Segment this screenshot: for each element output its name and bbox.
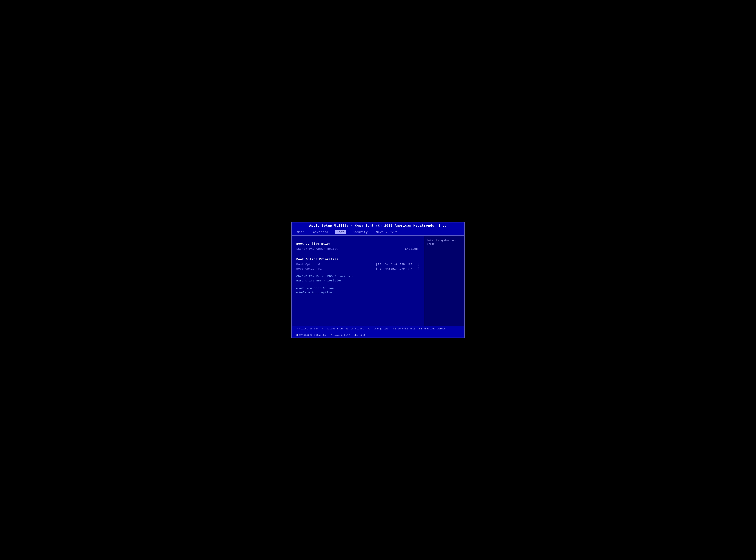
nav-menu: Main Advanced Boot Security Save & Exit [292,229,464,236]
boot-option-2-value[interactable]: [P2: MATSHITADVD-RAM...] [376,267,420,271]
delete-boot-option-label: Delete Boot Option [299,291,332,294]
key-hint-arrows-ud: ↑↓ Select Item [322,327,343,330]
boot-option-1-label[interactable]: Boot Option #1 [296,263,322,266]
bios-container: Aptio Setup Utility - Copyright (C) 2012… [291,222,465,338]
title-bar-text: Aptio Setup Utility - Copyright (C) 2012… [309,224,447,227]
key-hint-f1: F1 General Help [393,327,415,330]
bottom-bar: ←→ Select Screen ↑↓ Select Item Enter Se… [292,326,464,338]
launch-pxe-label[interactable]: Launch PXE OpROM policy [296,247,338,251]
boot-priorities-heading: Boot Option Priorities [296,258,420,261]
boot-option-1-value[interactable]: [P0: SanDisk SSD U10...] [376,263,420,266]
launch-pxe-row: Launch PXE OpROM policy [Enabled] [296,247,420,251]
arrow-right-icon-add: ► [296,287,298,290]
key-hint-f4: F4 Save & Exit [329,334,350,337]
key-hint-plusminus: +/- Change Opt. [368,327,390,330]
nav-item-security[interactable]: Security [351,231,369,234]
spacer-1 [296,252,420,255]
screen-wrapper: Aptio Setup Utility - Copyright (C) 2012… [288,218,468,342]
add-new-boot-option-item[interactable]: ► Add New Boot Option [296,287,420,290]
title-bar: Aptio Setup Utility - Copyright (C) 2012… [292,222,464,229]
key-hint-esc: ESC Exit [354,334,365,337]
cd-dvd-priorities-item[interactable]: CD/DVD ROM Drive BBS Priorities [296,275,420,278]
spacer-2 [296,272,420,275]
settings-panel: Boot Configuration Launch PXE OpROM poli… [292,236,424,326]
boot-config-heading: Boot Configuration [296,242,420,245]
arrow-right-icon-delete: ► [296,292,298,294]
nav-item-main[interactable]: Main [295,231,306,234]
nav-item-boot[interactable]: Boot [335,231,346,234]
boot-option-1-row: Boot Option #1 [P0: SanDisk SSD U10...] [296,263,420,266]
info-panel: Sets the system boot order [424,236,464,326]
key-hint-f2: F2 Previous Values [419,327,446,330]
launch-pxe-value[interactable]: [Enabled] [403,247,420,251]
nav-item-save-exit[interactable]: Save & Exit [374,231,399,234]
info-text: Sets the system boot order [427,239,461,246]
key-hint-enter: Enter Select [346,327,364,330]
nav-item-advanced[interactable]: Advanced [311,231,330,234]
key-hint-f3: F3 Optimized Defaults [295,334,326,337]
spacer-3 [296,283,420,287]
delete-boot-option-item[interactable]: ► Delete Boot Option [296,291,420,294]
add-new-boot-option-label: Add New Boot Option [299,287,334,290]
main-content: Boot Configuration Launch PXE OpROM poli… [292,236,464,326]
key-hint-arrows-lr: ←→ Select Screen [295,327,319,330]
hard-drive-priorities-item[interactable]: Hard Drive BBS Priorities [296,279,420,282]
boot-option-2-label[interactable]: Boot Option #2 [296,267,322,271]
boot-option-2-row: Boot Option #2 [P2: MATSHITADVD-RAM...] [296,267,420,271]
